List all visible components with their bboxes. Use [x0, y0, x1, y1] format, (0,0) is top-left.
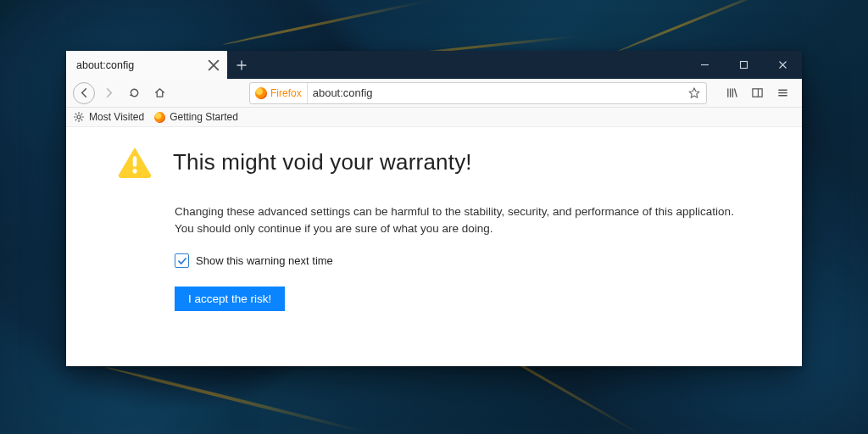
home-button[interactable]: [147, 81, 171, 105]
minimize-button[interactable]: [685, 51, 724, 79]
accept-risk-button[interactable]: I accept the risk!: [175, 287, 285, 311]
page-content: This might void your warranty! Changing …: [66, 127, 802, 366]
warning-text: Changing these advanced settings can be …: [175, 203, 751, 236]
window-close-button[interactable]: [763, 51, 802, 79]
identity-label: Firefox: [270, 87, 302, 99]
show-warning-checkbox[interactable]: [175, 253, 189, 268]
forward-button: [97, 81, 120, 105]
warning-triangle-icon: [117, 146, 153, 178]
bookmark-most-visited[interactable]: Most Visited: [73, 111, 144, 123]
firefox-icon: [154, 112, 165, 123]
nav-toolbar: Firefox about:config: [66, 79, 802, 108]
bookmark-star-icon[interactable]: [687, 86, 701, 100]
sidebar-icon[interactable]: [744, 81, 770, 105]
svg-rect-3: [133, 156, 137, 166]
checkbox-label: Show this warning next time: [196, 254, 333, 267]
bookmarks-toolbar: Most Visited Getting Started: [66, 108, 802, 127]
bookmark-label: Most Visited: [89, 111, 144, 123]
reload-button[interactable]: [122, 81, 146, 105]
window-controls: [685, 51, 802, 79]
svg-rect-0: [740, 62, 747, 69]
toolbar-right: [719, 81, 795, 105]
library-icon[interactable]: [719, 81, 744, 105]
show-warning-checkbox-row: Show this warning next time: [175, 253, 751, 268]
svg-rect-1: [752, 89, 761, 97]
back-button[interactable]: [73, 82, 95, 104]
menu-button[interactable]: [770, 81, 795, 105]
svg-point-2: [77, 115, 81, 119]
svg-point-4: [132, 169, 136, 173]
browser-window: about:config Firefo: [66, 51, 802, 366]
tab-title: about:config: [76, 59, 134, 71]
tab-active[interactable]: about:config: [66, 51, 227, 79]
new-tab-button[interactable]: [227, 51, 256, 79]
warning-title: This might void your warranty!: [173, 149, 472, 175]
close-icon[interactable]: [207, 58, 220, 72]
firefox-icon: [255, 87, 267, 99]
maximize-button[interactable]: [724, 51, 763, 79]
bookmark-getting-started[interactable]: Getting Started: [154, 111, 238, 123]
gear-icon: [73, 111, 85, 123]
bookmark-label: Getting Started: [170, 111, 238, 123]
url-bar[interactable]: Firefox about:config: [249, 82, 707, 104]
identity-box[interactable]: Firefox: [255, 83, 308, 103]
warning-header: This might void your warranty!: [117, 146, 751, 178]
titlebar: about:config: [66, 51, 802, 79]
url-text: about:config: [313, 86, 682, 99]
